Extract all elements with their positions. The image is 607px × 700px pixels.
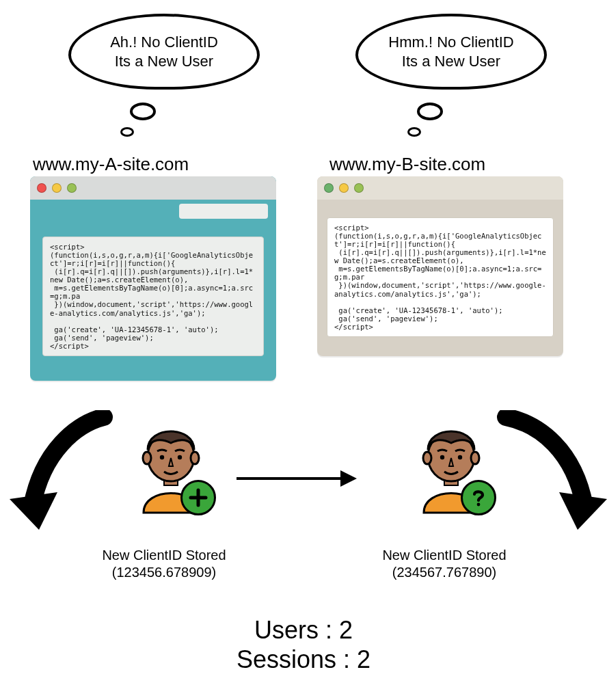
plus-badge-icon xyxy=(180,480,216,515)
summary-users: Users : 2 xyxy=(0,615,607,645)
browser-content: <script> (function(i,s,o,g,r,a,m){i['Goo… xyxy=(30,224,276,368)
browser-toolbar xyxy=(317,200,563,208)
thought-line2: Its a New User xyxy=(376,52,526,71)
svg-point-7 xyxy=(191,452,199,464)
traffic-light-max-icon xyxy=(67,183,77,193)
diagram-stage: Ah.! No ClientID Its a New User Hmm.! No… xyxy=(0,0,607,700)
traffic-light-close-icon xyxy=(324,183,334,193)
user-avatar-b xyxy=(410,418,492,514)
clientid-caption-b: New ClientID Stored (234567.767890) xyxy=(355,547,533,581)
caption-line2: (234567.767890) xyxy=(355,564,533,581)
clientid-caption-a: New ClientID Stored (123456.678909) xyxy=(75,547,253,581)
thought-bubble-b: Hmm.! No ClientID Its a New User xyxy=(355,14,547,90)
browser-titlebar xyxy=(30,176,276,200)
caption-line1: New ClientID Stored xyxy=(355,547,533,564)
svg-point-16 xyxy=(477,503,481,507)
svg-marker-2 xyxy=(340,470,357,487)
question-badge-icon xyxy=(461,480,496,515)
summary-block: Users : 2 Sessions : 2 xyxy=(0,615,607,674)
thought-tail-icon xyxy=(130,103,156,120)
svg-marker-3 xyxy=(559,492,607,530)
curved-arrow-right-icon xyxy=(478,410,607,533)
browser-content: <script> (function(i,s,o,g,r,a,m){i['Goo… xyxy=(317,208,563,347)
search-box-icon xyxy=(179,204,268,219)
thought-line1: Hmm.! No ClientID xyxy=(376,33,526,52)
browser-window-a: <script> (function(i,s,o,g,r,a,m){i['Goo… xyxy=(30,176,276,381)
thought-line1: Ah.! No ClientID xyxy=(89,33,239,52)
thought-cloud: Ah.! No ClientID Its a New User xyxy=(68,14,260,90)
site-url-b: www.my-B-site.com xyxy=(329,154,485,175)
thought-cloud: Hmm.! No ClientID Its a New User xyxy=(355,14,547,90)
ga-code-snippet-b: <script> (function(i,s,o,g,r,a,m){i['Goo… xyxy=(327,217,554,337)
thought-tail-icon xyxy=(120,127,134,137)
svg-point-9 xyxy=(178,455,182,459)
svg-point-13 xyxy=(471,452,479,464)
traffic-light-min-icon xyxy=(52,183,62,193)
svg-marker-0 xyxy=(10,492,57,530)
thought-bubble-a: Ah.! No ClientID Its a New User xyxy=(68,14,260,90)
traffic-light-close-icon xyxy=(37,183,46,193)
straight-arrow-icon xyxy=(231,458,361,499)
browser-titlebar xyxy=(317,176,563,200)
thought-tail-icon xyxy=(417,103,443,120)
caption-line1: New ClientID Stored xyxy=(75,547,253,564)
browser-toolbar xyxy=(30,200,276,224)
traffic-light-max-icon xyxy=(354,183,364,193)
svg-point-12 xyxy=(423,452,431,464)
svg-point-14 xyxy=(440,455,444,459)
thought-line2: Its a New User xyxy=(89,52,239,71)
user-avatar-a xyxy=(130,418,212,514)
svg-point-6 xyxy=(143,452,151,464)
traffic-light-min-icon xyxy=(339,183,349,193)
ga-code-snippet-a: <script> (function(i,s,o,g,r,a,m){i['Goo… xyxy=(42,237,264,356)
thought-tail-icon xyxy=(407,127,421,137)
site-url-a: www.my-A-site.com xyxy=(33,154,189,175)
svg-point-15 xyxy=(458,455,462,459)
browser-window-b: <script> (function(i,s,o,g,r,a,m){i['Goo… xyxy=(317,176,563,356)
caption-line2: (123456.678909) xyxy=(75,564,253,581)
summary-sessions: Sessions : 2 xyxy=(0,645,607,674)
svg-point-8 xyxy=(160,455,164,459)
curved-arrow-left-icon xyxy=(1,410,138,533)
